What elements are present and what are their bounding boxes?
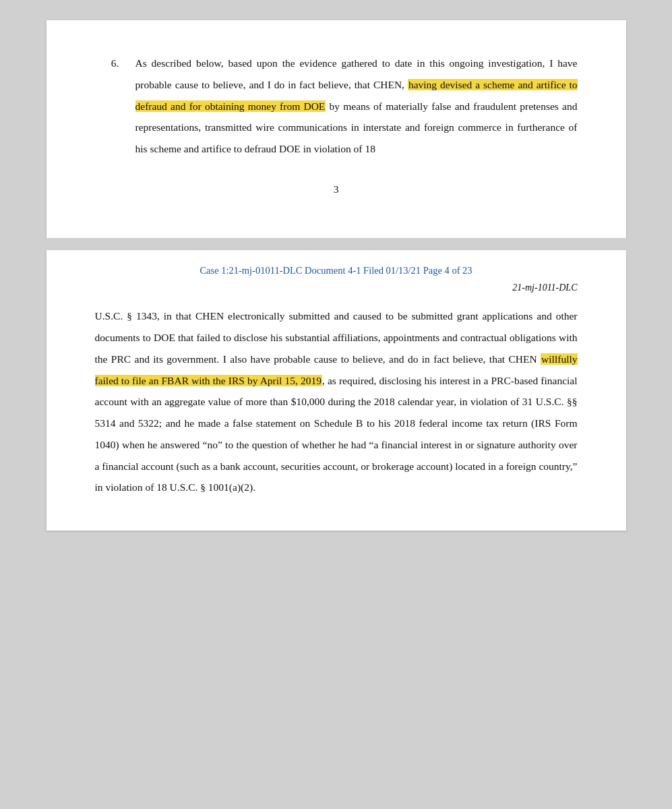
paragraph-content: As described below, based upon the evide… (135, 53, 578, 160)
bottom-text-before-highlight: U.S.C. § 1343, in that CHEN electronical… (95, 310, 578, 365)
bottom-paragraph: U.S.C. § 1343, in that CHEN electronical… (95, 305, 578, 498)
bottom-text-after-highlight: , as required, disclosing his interest i… (95, 375, 578, 493)
paragraph-6: 6. As described below, based upon the ev… (95, 53, 578, 160)
page-wrapper: 6. As described below, based upon the ev… (0, 0, 672, 551)
bottom-document-page: Case 1:21-mj-01011-DLC Document 4-1 File… (47, 250, 626, 531)
page-divider (47, 238, 626, 250)
top-page-number: 3 (95, 179, 578, 200)
paragraph-number: 6. (95, 53, 135, 160)
top-document-page: 6. As described below, based upon the ev… (47, 20, 626, 238)
case-ref: 21-mj-1011-DLC (95, 282, 578, 293)
case-header: Case 1:21-mj-01011-DLC Document 4-1 File… (95, 262, 578, 279)
